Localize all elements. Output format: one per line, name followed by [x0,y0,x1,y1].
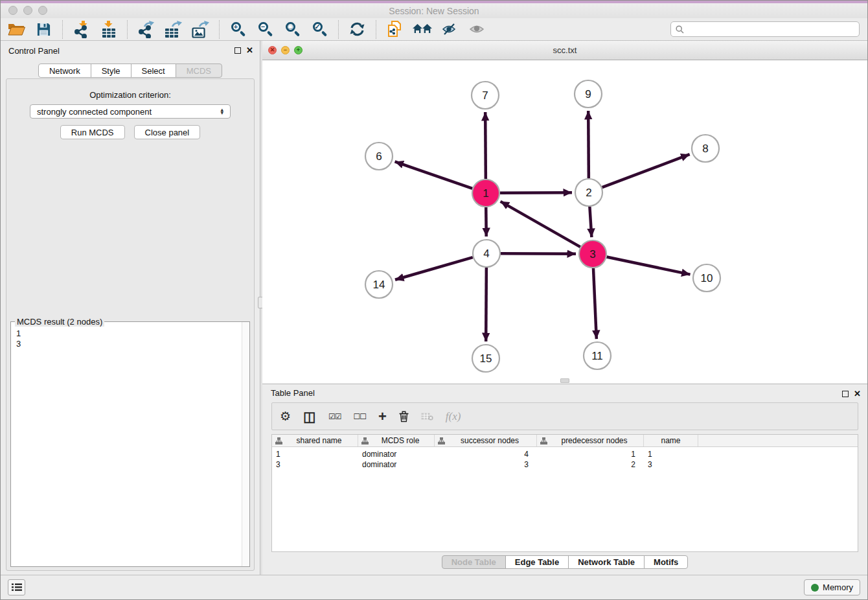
apply-layout-button[interactable] [347,19,368,40]
export-network-button[interactable] [135,19,157,40]
mcds-result-box: MCDS result (2 nodes) 13 [10,321,250,567]
table-cell[interactable]: 3 [435,460,537,469]
run-mcds-button[interactable]: Run MCDS [60,125,125,139]
table-cell[interactable]: dominator [358,450,435,459]
import-network-icon [74,21,89,38]
table-cell[interactable]: dominator [358,460,435,469]
graph-edge[interactable] [395,257,473,280]
table-settings-button[interactable]: ⚙ [280,409,291,424]
optimization-criterion-select[interactable]: strongly connected component ▴▾ [30,104,231,119]
search-input[interactable] [670,21,860,37]
table-cell[interactable]: 1 [272,450,358,459]
column-header-label: MCDS role [382,436,420,445]
memory-button[interactable]: Memory [804,579,860,595]
zoom-in-button[interactable]: + [227,19,249,40]
save-session-button[interactable] [33,19,54,40]
minimize-window-button[interactable] [23,6,32,15]
main-toolbar: + − □ ✓ [1,18,867,41]
select-all-rows-button[interactable]: ☑☑ [328,412,341,421]
float-table-panel-icon[interactable] [842,391,849,397]
open-folder-icon [8,22,25,36]
tab-node-table[interactable]: Node Table [442,555,506,569]
zoom-fit-button[interactable]: □ [282,19,303,40]
network-close-button[interactable]: ✕ [268,46,277,54]
close-panel-button[interactable]: Close panel [134,125,201,139]
tab-mcds[interactable]: MCDS [176,63,222,78]
close-panel-icon[interactable]: ✕ [246,46,253,54]
deselect-all-rows-button[interactable]: ☐☐ [353,412,366,421]
open-session-button[interactable] [6,19,27,40]
task-history-button[interactable] [8,579,25,595]
delete-column-button[interactable] [399,411,409,422]
tab-motifs[interactable]: Motifs [644,555,688,569]
column-header[interactable]: shared name [272,435,358,446]
zoom-out-button[interactable]: − [255,19,276,40]
table-cell[interactable]: 1 [644,450,698,459]
graph-edge[interactable] [486,268,486,341]
graph-edge[interactable] [395,161,473,188]
result-scrollbar[interactable] [242,322,249,566]
graph-edge[interactable] [500,192,572,193]
export-table-icon [165,21,182,38]
show-selected-button[interactable] [466,19,487,40]
tab-edge-table[interactable]: Edge Table [505,555,569,569]
graph-node-label: 6 [376,150,382,163]
close-window-button[interactable] [8,6,17,15]
graph-edge[interactable] [501,202,580,247]
application-window: Session: New Session [0,0,868,600]
table-cell[interactable]: 3 [644,460,698,469]
graph-node-label: 14 [373,279,385,291]
float-panel-icon[interactable] [234,47,241,54]
column-header[interactable]: successor nodes [435,435,537,446]
table-row[interactable]: 1dominator411 [272,449,858,459]
show-columns-button[interactable]: ◫ [303,409,316,424]
table-cell[interactable]: 1 [537,450,644,459]
eye-icon [469,23,485,35]
hide-selected-button[interactable] [439,19,460,40]
workspace: ✕ − + scc.txt 7968124314101511 Table Pan… [262,41,867,575]
network-window-titlebar[interactable]: ✕ − + scc.txt [262,41,867,60]
table-row[interactable]: 3dominator323 [272,459,858,470]
tab-network-table[interactable]: Network Table [568,555,645,569]
delete-table-button[interactable] [421,411,433,421]
tab-select[interactable]: Select [131,63,176,78]
graph-edge[interactable] [593,268,597,339]
table-cell[interactable]: 3 [272,460,358,469]
session-title: Session: New Session [389,6,479,16]
close-table-panel-icon[interactable]: ✕ [854,389,861,398]
graph-edge[interactable] [602,154,690,187]
graph-edge[interactable] [485,112,486,179]
toolbar-divider [62,20,63,39]
tab-style[interactable]: Style [91,63,131,78]
import-network-button[interactable] [71,19,92,40]
graph-edge[interactable] [501,253,576,254]
tab-network[interactable]: Network [38,63,91,78]
clone-network-button[interactable] [384,19,405,40]
column-header[interactable]: predecessor nodes [537,435,644,446]
canvas-resize-grip[interactable] [560,378,569,383]
table-cell[interactable]: 2 [537,460,644,469]
column-header[interactable]: name [644,435,698,446]
network-canvas[interactable]: 7968124314101511 [262,60,867,384]
export-table-button[interactable] [163,19,184,40]
export-image-button[interactable] [190,19,211,40]
graph-edge[interactable] [588,111,589,178]
result-line: 3 [16,339,236,349]
function-builder-button[interactable]: f(x) [446,410,461,423]
graph-edge[interactable] [607,257,691,275]
search-field[interactable] [687,25,854,34]
column-header[interactable]: MCDS role [358,435,435,446]
graph-node-label: 2 [586,187,591,199]
network-minimize-button[interactable]: − [281,46,290,54]
network-zoom-button[interactable]: + [294,46,303,54]
zoom-selected-button[interactable]: ✓ [309,19,330,40]
graph-edge[interactable] [589,207,591,237]
table-cell[interactable]: 4 [435,450,537,459]
add-column-button[interactable]: + [378,408,387,425]
import-table-button[interactable] [98,19,119,40]
mcds-result-list[interactable]: 13 [11,327,242,566]
show-home-button[interactable] [411,19,433,40]
titlebar[interactable]: Session: New Session [1,3,867,18]
export-image-icon [192,21,209,38]
zoom-window-button[interactable] [38,6,47,15]
